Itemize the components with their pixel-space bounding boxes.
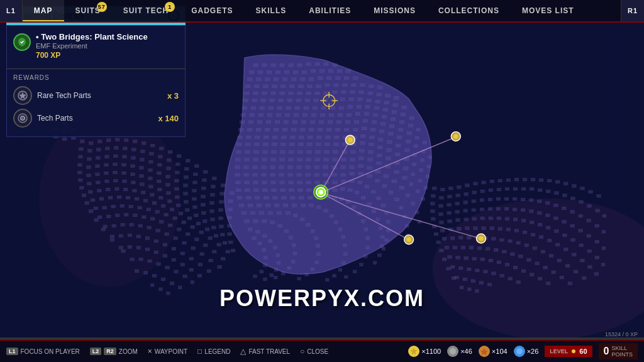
svg-rect-570 xyxy=(465,227,470,230)
svg-rect-424 xyxy=(311,268,314,271)
svg-rect-307 xyxy=(358,172,363,175)
svg-rect-469 xyxy=(531,178,535,181)
svg-rect-553 xyxy=(505,217,509,221)
svg-rect-459 xyxy=(449,187,453,190)
svg-rect-482 xyxy=(464,193,469,196)
currency-blue: ×26 xyxy=(514,346,539,357)
svg-rect-583 xyxy=(572,253,577,256)
svg-rect-671 xyxy=(203,170,208,173)
svg-rect-167 xyxy=(353,128,357,131)
svg-rect-776 xyxy=(177,204,181,207)
svg-rect-310 xyxy=(382,185,387,188)
svg-rect-732 xyxy=(104,172,109,175)
nav-map[interactable]: MAP xyxy=(23,0,64,21)
svg-rect-576 xyxy=(514,229,519,233)
svg-rect-456 xyxy=(253,275,257,278)
nav-gadgets[interactable]: GADGETS xyxy=(180,0,244,21)
svg-rect-270 xyxy=(244,166,248,169)
svg-rect-543 xyxy=(602,247,606,250)
svg-rect-749 xyxy=(96,181,101,184)
svg-rect-564 xyxy=(595,256,599,259)
nav-abilities[interactable]: ABILITIES xyxy=(297,0,362,21)
svg-rect-484 xyxy=(480,190,485,193)
svg-rect-298 xyxy=(279,173,284,177)
svg-rect-483 xyxy=(472,191,477,194)
svg-rect-704 xyxy=(175,171,180,174)
r1-button[interactable]: R1 xyxy=(621,0,644,21)
svg-rect-203 xyxy=(264,143,268,146)
svg-rect-605 xyxy=(582,277,586,280)
svg-rect-414 xyxy=(277,212,281,215)
svg-rect-843 xyxy=(174,237,178,240)
svg-rect-441 xyxy=(256,230,260,233)
svg-rect-536 xyxy=(546,214,550,217)
svg-rect-147 xyxy=(372,121,376,124)
svg-rect-450 xyxy=(252,237,257,240)
svg-rect-33 xyxy=(318,77,322,80)
svg-rect-848 xyxy=(218,265,222,268)
l1-button[interactable]: L1 xyxy=(0,0,23,21)
svg-rect-584 xyxy=(580,259,585,262)
svg-rect-541 xyxy=(587,234,591,238)
svg-rect-59 xyxy=(289,92,293,95)
svg-rect-443 xyxy=(269,239,272,243)
nav-skills[interactable]: SKILLS xyxy=(245,0,298,21)
svg-rect-815 xyxy=(208,237,213,240)
svg-rect-768 xyxy=(106,188,111,191)
svg-rect-760 xyxy=(193,206,197,209)
legend-hint: □ LEGEND xyxy=(197,347,230,356)
svg-rect-844 xyxy=(182,241,187,244)
svg-rect-432 xyxy=(284,229,289,233)
svg-rect-78 xyxy=(296,99,301,102)
svg-rect-480 xyxy=(448,195,452,198)
svg-rect-7 xyxy=(289,63,293,67)
svg-rect-785 xyxy=(99,197,104,200)
svg-rect-652 xyxy=(487,283,492,286)
svg-rect-242 xyxy=(404,167,408,170)
svg-rect-744 xyxy=(210,210,214,213)
svg-rect-630 xyxy=(497,261,501,264)
currency-bronze-value: ×104 xyxy=(492,348,508,355)
reward-row-tech: Tech Parts x 140 xyxy=(13,109,179,128)
svg-rect-772 xyxy=(142,191,146,194)
svg-rect-79 xyxy=(305,99,309,102)
svg-rect-552 xyxy=(497,217,501,220)
svg-rect-836 xyxy=(112,224,116,228)
svg-point-924 xyxy=(22,118,23,119)
svg-rect-285 xyxy=(375,170,380,173)
svg-rect-830 xyxy=(194,238,199,241)
svg-rect-362 xyxy=(380,245,384,248)
nav-suit-tech[interactable]: SUIT TECH 1 xyxy=(112,0,180,21)
level-dot xyxy=(572,349,575,353)
svg-rect-565 xyxy=(601,263,605,266)
svg-rect-787 xyxy=(117,195,121,199)
svg-rect-700 xyxy=(140,158,145,162)
svg-rect-788 xyxy=(126,196,130,199)
currency-bronze-icon xyxy=(479,346,490,357)
svg-rect-521 xyxy=(602,230,606,233)
svg-point-909 xyxy=(406,238,411,242)
svg-rect-603 xyxy=(565,265,570,268)
svg-rect-818 xyxy=(89,210,93,213)
svg-rect-748 xyxy=(87,182,92,185)
svg-rect-735 xyxy=(131,173,135,176)
svg-rect-200 xyxy=(237,143,242,146)
svg-rect-44 xyxy=(299,85,303,88)
svg-rect-55 xyxy=(253,92,258,95)
svg-rect-390 xyxy=(248,204,252,207)
svg-rect-646 xyxy=(516,281,521,284)
svg-rect-527 xyxy=(472,209,476,212)
svg-rect-831 xyxy=(203,244,208,247)
svg-rect-403 xyxy=(341,236,345,239)
nav-suits[interactable]: SUITS 57 xyxy=(64,0,112,21)
svg-rect-556 xyxy=(530,221,534,224)
svg-rect-178 xyxy=(247,136,251,139)
svg-rect-645 xyxy=(508,277,513,280)
nav-collections[interactable]: COLLECTIONS xyxy=(427,0,511,21)
svg-rect-629 xyxy=(489,259,493,262)
svg-rect-198 xyxy=(421,159,425,162)
nav-missions[interactable]: MISSIONS xyxy=(362,0,427,21)
nav-moves-list[interactable]: MOVES LIST xyxy=(511,0,586,21)
svg-rect-673 xyxy=(221,184,225,187)
svg-rect-879 xyxy=(174,270,179,273)
